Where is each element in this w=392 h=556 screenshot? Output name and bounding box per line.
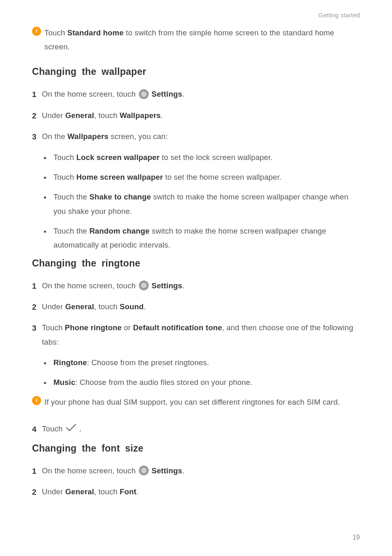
step-1-ringtone: 1 On the home screen, touch Settings. xyxy=(32,279,360,293)
checkmark-icon xyxy=(66,422,76,436)
settings-icon xyxy=(139,466,149,475)
bullet-text-post: : Choose from the preset ringtones. xyxy=(87,358,209,367)
step-text-post: . xyxy=(79,424,81,433)
step-text-post: . xyxy=(144,302,146,311)
info-icon: i xyxy=(32,27,41,36)
svg-point-3 xyxy=(143,285,145,287)
step-text-post: screen, you can: xyxy=(108,132,168,141)
step-text-post: . xyxy=(182,90,184,98)
step-number: 2 xyxy=(32,485,42,499)
step-text-post: . xyxy=(136,487,138,496)
step-2-ringtone: 2 Under General, touch Sound. xyxy=(32,300,360,314)
bullet-text-bold: Lock screen wallpaper xyxy=(76,153,160,162)
svg-point-1 xyxy=(143,93,145,95)
step-text-bold: Wallpapers xyxy=(67,132,108,141)
step-number: 3 xyxy=(32,130,42,144)
step-text-b1: General xyxy=(65,302,94,311)
step-text: Under xyxy=(42,111,65,120)
info-note-2: i If your phone has dual SIM support, yo… xyxy=(32,395,360,409)
bullet-text-bold: Shake to change xyxy=(89,192,151,201)
list-item: Music: Choose from the audio files store… xyxy=(44,375,360,389)
bullet-text-bold: Random change xyxy=(89,227,150,235)
ringtone-bullet-list: Ringtone: Choose from the preset rington… xyxy=(32,356,360,389)
settings-icon xyxy=(139,280,149,290)
page-header: Getting started xyxy=(32,12,360,19)
info-icon: i xyxy=(32,396,41,405)
step-text-post: . xyxy=(161,111,163,120)
step-text-mid: , touch xyxy=(94,302,120,311)
settings-icon xyxy=(139,89,149,99)
step-1-wallpaper: 1 On the home screen, touch Settings. xyxy=(32,87,360,102)
bullet-text-post: to set the lock screen wallpaper. xyxy=(159,153,272,162)
bullet-text: Touch xyxy=(53,153,76,162)
step-number: 1 xyxy=(32,87,42,102)
step-1-font: 1 On the home screen, touch Settings. xyxy=(32,464,360,478)
section-title-font: Changing the font size xyxy=(32,443,360,454)
step-text: Touch xyxy=(42,424,65,433)
step-text-b2: Default notification tone xyxy=(133,323,222,332)
bullet-text-bold: Home screen wallpaper xyxy=(76,173,163,181)
step-text: Under xyxy=(42,487,65,496)
step-number: 4 xyxy=(32,422,42,436)
note1-text-bold: Standard home xyxy=(67,28,124,37)
step-text-b2: Wallpapers xyxy=(120,111,161,120)
svg-point-4 xyxy=(141,468,146,473)
svg-point-0 xyxy=(141,92,146,96)
svg-point-5 xyxy=(143,470,145,472)
bullet-text: Touch the xyxy=(53,192,89,201)
section-title-ringtone: Changing the ringtone xyxy=(32,258,360,269)
step-3-wallpaper: 3 On the Wallpapers screen, you can: xyxy=(32,130,360,144)
step-text-bold: Settings xyxy=(152,90,182,98)
bullet-text-post: to set the home screen wallpaper. xyxy=(163,173,282,181)
step-text-mid: or xyxy=(122,323,133,332)
list-item: Touch Home screen wallpaper to set the h… xyxy=(44,170,360,184)
step-number: 2 xyxy=(32,109,42,123)
list-item: Touch Lock screen wallpaper to set the l… xyxy=(44,151,360,164)
step-4-ringtone: 4 Touch . xyxy=(32,422,360,436)
bullet-text: Touch xyxy=(53,173,76,181)
step-text-mid: , touch xyxy=(94,111,120,120)
step-number: 3 xyxy=(32,321,42,335)
step-text: Touch xyxy=(42,323,65,332)
svg-point-2 xyxy=(141,283,146,288)
step-text: On the home screen, touch xyxy=(42,281,138,290)
step-text: On the xyxy=(42,132,67,141)
list-item: Touch the Random change switch to make t… xyxy=(44,224,360,252)
bullet-text-bold: Ringtone xyxy=(53,358,87,367)
step-text-mid: , touch xyxy=(94,487,120,496)
bullet-text: Touch the xyxy=(53,227,89,235)
step-number: 2 xyxy=(32,300,42,314)
step-text-b1: General xyxy=(65,487,94,496)
list-item: Touch the Shake to change switch to make… xyxy=(44,190,360,218)
step-2-wallpaper: 2 Under General, touch Wallpapers. xyxy=(32,109,360,123)
step-text-b2: Sound xyxy=(120,302,144,311)
section-title-wallpaper: Changing the wallpaper xyxy=(32,66,360,77)
bullet-text-bold: Music xyxy=(53,378,75,387)
info-note-1: i Touch Standard home to switch from the… xyxy=(32,26,360,54)
step-3-ringtone: 3 Touch Phone ringtone or Default notifi… xyxy=(32,321,360,349)
step-2-font: 2 Under General, touch Font. xyxy=(32,485,360,499)
step-text: Under xyxy=(42,302,65,311)
page-content: Getting started i Touch Standard home to… xyxy=(0,0,392,499)
list-item: Ringtone: Choose from the preset rington… xyxy=(44,356,360,370)
wallpaper-bullet-list: Touch Lock screen wallpaper to set the l… xyxy=(32,151,360,252)
bullet-text-post: : Choose from the audio files stored on … xyxy=(75,378,252,387)
step-text-post: . xyxy=(182,281,184,290)
step-text: On the home screen, touch xyxy=(42,90,138,98)
page-number: 19 xyxy=(353,534,360,541)
step-text-post: . xyxy=(182,466,184,475)
step-text-bold: Settings xyxy=(152,466,182,475)
note1-text-pre: Touch xyxy=(44,28,67,37)
step-number: 1 xyxy=(32,279,42,293)
step-text-b1: General xyxy=(65,111,94,120)
note2-text: If your phone has dual SIM support, you … xyxy=(44,395,340,409)
step-text-bold: Settings xyxy=(152,281,182,290)
step-text-b1: Phone ringtone xyxy=(65,323,122,332)
step-text: On the home screen, touch xyxy=(42,466,138,475)
step-text-b2: Font xyxy=(120,487,136,496)
step-number: 1 xyxy=(32,464,42,478)
